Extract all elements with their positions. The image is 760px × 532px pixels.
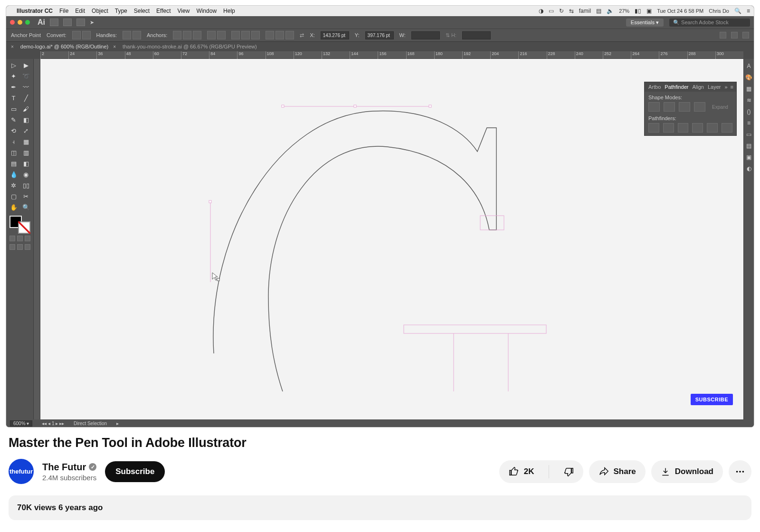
free-transform-tool-icon[interactable]: ▦: [20, 136, 32, 147]
minimize-window-icon[interactable]: [18, 20, 22, 25]
zoom-window-icon[interactable]: [25, 20, 30, 25]
zoom-tool-icon[interactable]: 🔍: [20, 202, 32, 213]
cc-status-icon[interactable]: ◑: [539, 8, 543, 14]
timemachine-icon[interactable]: ↻: [559, 8, 564, 14]
tab-close-icon[interactable]: ×: [113, 44, 116, 49]
panel-toggle-b-icon[interactable]: [731, 32, 738, 38]
download-button[interactable]: Download: [651, 460, 723, 483]
workspace-switcher[interactable]: Essentials ▾: [626, 19, 664, 27]
w-input[interactable]: [411, 31, 440, 39]
menu-select[interactable]: Select: [134, 8, 150, 14]
pen-tool-icon[interactable]: ✒: [8, 82, 20, 93]
menu-window[interactable]: Window: [196, 8, 217, 14]
anchor-connect-button[interactable]: [183, 31, 191, 39]
volume-icon[interactable]: 🔈: [607, 8, 614, 14]
hand-tool-icon[interactable]: ✋: [8, 202, 20, 213]
horizontal-ruler[interactable]: 2243648607284961081201321441561681801922…: [40, 51, 743, 59]
handles-show-button[interactable]: [123, 31, 131, 39]
swatches-panel-icon[interactable]: ▦: [746, 86, 751, 92]
convert-corner-button[interactable]: [72, 31, 81, 39]
y-input[interactable]: 397.176 pt: [365, 31, 394, 39]
arrow-icon[interactable]: ➤: [90, 19, 94, 26]
panel-tab-artboards[interactable]: Artbo: [648, 84, 661, 90]
halign-left-button[interactable]: [231, 31, 240, 39]
symbols-panel-icon[interactable]: (): [747, 108, 751, 115]
battery-icon[interactable]: ▮▯: [635, 8, 641, 14]
align-menu-button[interactable]: [217, 31, 226, 39]
anchor-remove-button[interactable]: [173, 31, 181, 39]
perspective-tool-icon[interactable]: ▥: [20, 147, 32, 158]
color-panel-icon[interactable]: 🎨: [745, 74, 752, 81]
like-button[interactable]: 2K: [499, 460, 544, 483]
shape-builder-tool-icon[interactable]: ◫: [8, 147, 20, 158]
blend-tool-icon[interactable]: ◉: [20, 169, 32, 180]
convert-smooth-button[interactable]: [82, 31, 91, 39]
valign-top-button[interactable]: [266, 31, 274, 39]
mesh-tool-icon[interactable]: ▤: [8, 158, 20, 169]
screen-mode-b-icon[interactable]: [17, 244, 23, 250]
dislike-button[interactable]: [554, 460, 583, 483]
video-description-box[interactable]: 70K views 6 years ago: [9, 495, 751, 520]
lasso-tool-icon[interactable]: ➰: [20, 71, 32, 82]
panel-tab-align[interactable]: Align: [692, 84, 703, 90]
expand-button[interactable]: Expand: [712, 104, 728, 110]
panel-menu-icon[interactable]: ≡: [731, 84, 733, 90]
outline-button[interactable]: [707, 123, 718, 133]
libraries-panel-icon[interactable]: ▭: [746, 131, 751, 138]
anchor-cut-button[interactable]: [193, 31, 201, 39]
artboard-tool-icon[interactable]: ▢: [8, 191, 20, 202]
stroke-swatch[interactable]: [18, 221, 30, 234]
layers-panel-icon[interactable]: ▤: [746, 142, 751, 149]
menu-object[interactable]: Object: [92, 8, 108, 14]
handles-hide-button[interactable]: [133, 31, 141, 39]
column-graph-tool-icon[interactable]: ▯▯: [20, 180, 32, 191]
menu-help[interactable]: Help: [223, 8, 235, 14]
more-actions-button[interactable]: [729, 460, 751, 483]
panel-tab-pathfinder[interactable]: Pathfinder: [665, 84, 688, 90]
magic-wand-tool-icon[interactable]: ✦: [8, 71, 20, 82]
window-controls[interactable]: [10, 20, 30, 25]
color-mode-icon[interactable]: [10, 236, 15, 241]
app-name[interactable]: Illustrator CC: [17, 8, 53, 14]
paintbrush-tool-icon[interactable]: 🖌: [20, 104, 32, 114]
notification-center-icon[interactable]: ≡: [747, 8, 750, 14]
exclude-button[interactable]: [694, 102, 705, 112]
merge-button[interactable]: [678, 123, 689, 133]
valign-bottom-button[interactable]: [285, 31, 294, 39]
none-mode-icon[interactable]: [25, 236, 30, 241]
properties-panel-icon[interactable]: A: [747, 63, 750, 69]
share-button[interactable]: Share: [589, 460, 646, 483]
screen-mode-a-icon[interactable]: [10, 244, 15, 250]
halign-center-button[interactable]: [241, 31, 250, 39]
symbol-sprayer-tool-icon[interactable]: ✲: [8, 180, 20, 191]
bluetooth-icon[interactable]: ▤: [596, 8, 601, 14]
arrange-docs-icon[interactable]: [76, 19, 85, 26]
wifi-icon[interactable]: famil: [579, 8, 591, 14]
panel-toggle-a-icon[interactable]: [720, 32, 726, 38]
slice-tool-icon[interactable]: ✂: [20, 191, 32, 202]
stock-search-input[interactable]: 🔍 Search Adobe Stock: [669, 19, 750, 27]
panel-toggle-c-icon[interactable]: [742, 32, 749, 38]
tab-close-icon[interactable]: ×: [11, 44, 14, 49]
channel-name[interactable]: The Futur: [42, 462, 86, 473]
eyedropper-tool-icon[interactable]: 💧: [8, 169, 20, 180]
canvas[interactable]: SUBSCRIBE: [40, 59, 743, 419]
divide-button[interactable]: [648, 123, 659, 133]
appearance-panel-icon[interactable]: ▣: [746, 154, 751, 161]
gradient-mode-icon[interactable]: [17, 236, 23, 241]
trim-button[interactable]: [663, 123, 674, 133]
brushes-panel-icon[interactable]: ≋: [747, 97, 751, 104]
direct-selection-tool-icon[interactable]: ▶: [20, 60, 32, 71]
screen-mode-c-icon[interactable]: [25, 244, 30, 250]
doc-tab-1[interactable]: demo-logo.ai* @ 600% (RGB/Outline): [20, 44, 108, 49]
bridge-icon[interactable]: [50, 19, 58, 26]
valign-middle-button[interactable]: [276, 31, 284, 39]
subscribe-button[interactable]: Subscribe: [105, 461, 165, 482]
stock-icon[interactable]: [63, 19, 72, 26]
minus-back-button[interactable]: [722, 123, 732, 133]
line-tool-icon[interactable]: ╱: [20, 93, 32, 104]
zoom-dropdown[interactable]: 600% ▾: [10, 420, 32, 427]
sync-icon[interactable]: ⇆: [569, 8, 574, 14]
fill-stroke-swatch[interactable]: [10, 216, 30, 234]
curvature-tool-icon[interactable]: 〰: [20, 82, 32, 93]
